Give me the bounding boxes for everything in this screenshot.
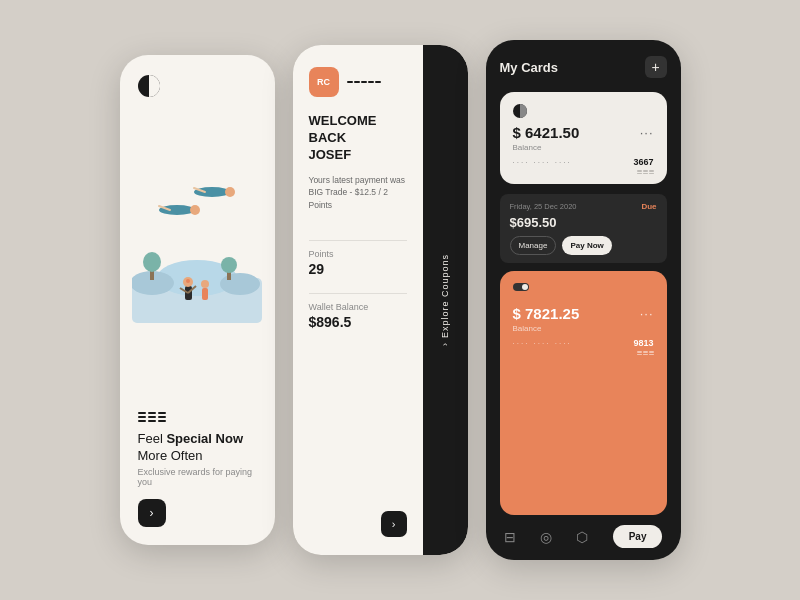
svg-point-20 (201, 280, 209, 288)
card2-amount: $ 7821.25 (513, 305, 580, 322)
svg-point-4 (190, 205, 200, 215)
welcome-text: WELCOME BACK (309, 113, 377, 145)
card1-amount-row: $ 6421.50 ··· (513, 124, 654, 141)
exclusive-text: Exclusive rewards for paying you (138, 467, 257, 487)
header-waves (347, 81, 381, 83)
card-orange: $ 7821.25 ··· Balance ···· ···· ···· 981… (500, 271, 667, 515)
promo-text: Feel Special Now More Often Exclusive re… (138, 430, 257, 499)
phone-2: RC WELCOME BACK JOSEF Yours latest payme… (293, 45, 468, 555)
card2-number-row: ···· ···· ···· 9813 (513, 338, 654, 348)
svg-point-13 (221, 257, 237, 273)
divider-2 (309, 293, 407, 294)
card-chip-2 (513, 283, 529, 299)
svg-point-18 (186, 279, 190, 283)
card2-wave-deco (513, 351, 654, 355)
illustration (138, 97, 257, 404)
bottom-navigation: ⊟ ◎ ⬡ Pay (500, 525, 667, 548)
svg-point-1 (225, 187, 235, 197)
welcome-message: WELCOME BACK JOSEF (309, 113, 407, 164)
points-label: Points (309, 249, 407, 259)
explore-panel[interactable]: › Explore Coupons (423, 45, 468, 555)
due-header-row: Friday, 25 Dec 2020 Due (510, 202, 657, 211)
card1-amount: $ 6421.50 (513, 124, 580, 141)
pay-now-button[interactable]: Pay Now (562, 236, 611, 255)
app-logo (138, 75, 160, 97)
divider-1 (309, 240, 407, 241)
landscape-illustration (132, 238, 262, 323)
card2-amount-row: $ 7821.25 ··· (513, 305, 654, 322)
points-value: 29 (309, 261, 407, 277)
payment-info: Yours latest payment was BIG Trade - $12… (309, 174, 407, 212)
card1-dots: ···· ···· ···· (513, 158, 572, 167)
svg-rect-19 (202, 288, 208, 300)
home-nav-icon[interactable]: ⊟ (504, 529, 516, 545)
card1-balance-label: Balance (513, 143, 654, 152)
chat-nav-icon[interactable]: ◎ (540, 529, 552, 545)
card2-menu-icon[interactable]: ··· (640, 306, 654, 321)
user-avatar: RC (309, 67, 339, 97)
cards-header: My Cards + (500, 56, 667, 78)
svg-point-3 (159, 205, 195, 215)
explore-coupons-label: › Explore Coupons (440, 254, 450, 346)
phone2-content: RC WELCOME BACK JOSEF Yours latest payme… (293, 45, 423, 555)
payment-label: Yours latest payment was (309, 175, 406, 185)
due-amount: $695.50 (510, 215, 657, 230)
due-badge: Due (641, 202, 656, 211)
forward-arrow-icon: › (392, 518, 396, 530)
payment-detail: BIG Trade - $12.5 / 2 Points (309, 187, 388, 210)
card-white: $ 6421.50 ··· Balance ···· ···· ···· 366… (500, 92, 667, 184)
forward-button[interactable]: › (381, 511, 407, 537)
wallet-label: Wallet Balance (309, 302, 407, 312)
feel-label: Feel (138, 431, 163, 446)
card1-number-row: ···· ···· ···· 3667 (513, 157, 654, 167)
phone2-header: RC (309, 67, 407, 97)
card2-dots: ···· ···· ···· (513, 339, 572, 348)
wallet-value: $896.5 (309, 314, 407, 330)
card-nav-icon[interactable]: ⬡ (576, 529, 588, 545)
pay-button[interactable]: Pay (613, 525, 663, 548)
special-label: Special Now (166, 431, 243, 446)
my-cards-title: My Cards (500, 60, 559, 75)
due-buttons: Manage Pay Now (510, 236, 657, 255)
card1-wave-deco (513, 170, 654, 174)
add-card-button[interactable]: + (645, 56, 667, 78)
next-button[interactable]: › (138, 499, 166, 527)
manage-button[interactable]: Manage (510, 236, 557, 255)
phone-1: Feel Special Now More Often Exclusive re… (120, 55, 275, 545)
swimmers-illustration (137, 178, 257, 238)
next-arrow-icon: › (150, 506, 154, 520)
card1-menu-icon[interactable]: ··· (640, 125, 654, 140)
waves-decoration (138, 412, 257, 422)
phone-3: My Cards + $ 6421.50 ··· Balance ···· ··… (486, 40, 681, 560)
phone2-footer: › (309, 511, 407, 537)
card-chip-1 (513, 104, 527, 118)
card2-last4: 9813 (633, 338, 653, 348)
user-name: JOSEF (309, 147, 352, 162)
svg-point-9 (220, 273, 260, 295)
card2-balance-label: Balance (513, 324, 654, 333)
svg-point-0 (194, 187, 230, 197)
more-often-label: More Often (138, 448, 257, 463)
card1-last4: 3667 (633, 157, 653, 167)
due-date: Friday, 25 Dec 2020 (510, 202, 577, 211)
svg-point-11 (143, 252, 161, 272)
due-section: Friday, 25 Dec 2020 Due $695.50 Manage P… (500, 194, 667, 263)
